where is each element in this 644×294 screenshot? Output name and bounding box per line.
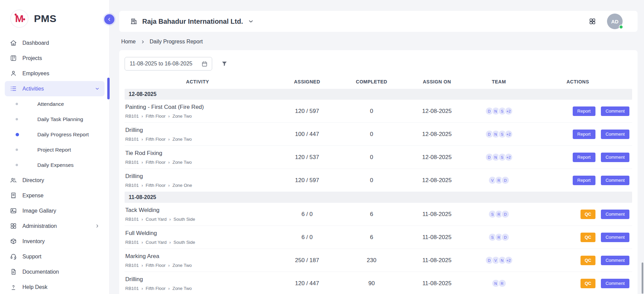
breadcrumb-current: Daily Progress Report bbox=[150, 39, 203, 45]
apps-grid-button[interactable] bbox=[589, 18, 596, 25]
box-icon bbox=[10, 238, 17, 245]
activity-cell: Tack WeldingRB101›Court Yard›South Side bbox=[125, 207, 271, 222]
comment-button[interactable]: Comment bbox=[601, 210, 629, 219]
sidebar-item-dashboard[interactable]: Dashboard bbox=[5, 35, 105, 51]
qc-button[interactable]: QC bbox=[581, 210, 595, 219]
sidebar-subitem-daily-expenses[interactable]: Daily Expenses bbox=[0, 157, 109, 173]
team-avatars: NR bbox=[474, 279, 523, 288]
comment-button[interactable]: Comment bbox=[601, 130, 629, 139]
table-row: Painting - First Coat (Fire Red)RB101›Fi… bbox=[125, 100, 632, 123]
comment-button[interactable]: Comment bbox=[601, 233, 629, 242]
user-avatar[interactable]: AD bbox=[607, 14, 623, 29]
activity-location-path: RB101›Fifth Floor›Zone Two bbox=[125, 137, 271, 142]
person-icon bbox=[10, 70, 17, 77]
sidebar-item-directory[interactable]: Directory bbox=[5, 173, 105, 188]
sidebar-item-activities[interactable]: Activities bbox=[5, 81, 105, 96]
sidebar-item-documentation[interactable]: Documentation bbox=[5, 264, 105, 279]
table-row: Marking AreaRB101›Fifth Floor›Zone Two25… bbox=[125, 249, 632, 272]
activity-location-path: RB101›Fifth Floor›Zone Two bbox=[125, 114, 271, 119]
company-selector[interactable]: Raja Bahadur International Ltd. bbox=[130, 18, 254, 25]
people-icon bbox=[10, 177, 17, 184]
sidebar-item-support[interactable]: Support bbox=[5, 249, 105, 264]
kanban-icon bbox=[10, 55, 17, 62]
table-row: DrillingRB101›Fifth Floor›Zone Two120 / … bbox=[125, 272, 632, 294]
chevron-right-icon: › bbox=[168, 114, 170, 118]
team-avatar[interactable]: D bbox=[501, 233, 510, 241]
comment-button[interactable]: Comment bbox=[601, 106, 629, 116]
sidebar-item-inventory[interactable]: Inventory bbox=[5, 234, 105, 249]
chevron-right-icon: › bbox=[142, 240, 143, 244]
sidebar-item-administration[interactable]: Administration bbox=[5, 218, 105, 234]
sidebar-item-label: Dashboard bbox=[22, 40, 49, 46]
comment-button[interactable]: Comment bbox=[601, 279, 629, 288]
document-icon bbox=[10, 268, 17, 276]
path-segment: Fifth Floor bbox=[146, 137, 166, 142]
filter-button[interactable] bbox=[221, 60, 228, 67]
report-button[interactable]: Report bbox=[573, 153, 595, 162]
comment-button[interactable]: Comment bbox=[601, 176, 629, 185]
completed-value: 0 bbox=[344, 177, 400, 184]
team-more-avatar[interactable]: +2 bbox=[504, 256, 513, 264]
qc-button[interactable]: QC bbox=[581, 233, 595, 242]
qc-button[interactable]: QC bbox=[581, 256, 595, 265]
team-avatar[interactable]: D bbox=[501, 210, 510, 218]
path-segment: Fifth Floor bbox=[146, 286, 166, 291]
receipt-icon bbox=[10, 192, 17, 199]
activity-location-path: RB101›Fifth Floor›Zone Two bbox=[125, 263, 271, 268]
team-avatars: VRD bbox=[474, 176, 523, 184]
sidebar-subitem-attendance[interactable]: Attendance bbox=[0, 96, 109, 112]
sidebar-item-expense[interactable]: Expense bbox=[5, 188, 105, 203]
activity-cell: Full WeldingRB101›Court Yard›South Side bbox=[125, 230, 271, 245]
team-avatar[interactable]: R bbox=[498, 279, 507, 288]
sidebar-item-employees[interactable]: Employees bbox=[5, 66, 105, 81]
report-button[interactable]: Report bbox=[573, 106, 595, 116]
table-row: DrillingRB101›Fifth Floor›Zone Two100 / … bbox=[125, 123, 632, 146]
column-header-activity: ACTIVITY bbox=[125, 79, 271, 84]
comment-button[interactable]: Comment bbox=[601, 256, 629, 265]
report-button[interactable]: Report bbox=[573, 130, 595, 139]
team-more-avatar[interactable]: +2 bbox=[504, 130, 513, 138]
assigned-value: 120 / 597 bbox=[271, 177, 344, 184]
date-range-input[interactable]: 11-08-2025 to 16-08-2025 bbox=[125, 57, 212, 71]
assign-on-date: 11-08-2025 bbox=[400, 257, 474, 264]
path-segment: Zone Two bbox=[172, 114, 192, 119]
team-more-avatar[interactable]: +2 bbox=[504, 107, 513, 115]
path-segment: Fifth Floor bbox=[146, 114, 166, 119]
sidebar-subitem-daily-task-planning[interactable]: Daily Task Planning bbox=[0, 112, 109, 127]
chevron-right-icon: › bbox=[142, 160, 143, 164]
sidebar-subitem-project-report[interactable]: Project Report bbox=[0, 142, 109, 157]
activity-location-path: RB101›Court Yard›South Side bbox=[125, 217, 271, 222]
chevron-right-icon: › bbox=[142, 183, 143, 188]
assigned-value: 6 / 0 bbox=[271, 211, 344, 218]
path-segment: Zone Two bbox=[172, 160, 192, 165]
sidebar-collapse-button[interactable] bbox=[104, 14, 114, 24]
sidebar-item-projects[interactable]: Projects bbox=[5, 51, 105, 66]
comment-button[interactable]: Comment bbox=[601, 153, 629, 162]
assigned-value: 6 / 0 bbox=[271, 234, 344, 241]
sidebar-item-image-gallary[interactable]: Image Gallary bbox=[5, 203, 105, 218]
chevron-down-icon bbox=[95, 86, 100, 91]
sidebar-subitem-label: Project Report bbox=[37, 147, 71, 153]
date-group-header: 11-08-2025 bbox=[125, 192, 632, 203]
report-button[interactable]: Report bbox=[573, 176, 595, 185]
assigned-value: 120 / 597 bbox=[271, 108, 344, 115]
qc-button[interactable]: QC bbox=[581, 279, 595, 288]
row-actions: QCComment bbox=[523, 210, 632, 219]
table-row: DrillingRB101›Fifth Floor›Zone One120 / … bbox=[125, 169, 632, 192]
chevron-right-icon: › bbox=[169, 240, 171, 244]
team-more-avatar[interactable]: +2 bbox=[504, 153, 513, 161]
filter-toolbar: 11-08-2025 to 16-08-2025 bbox=[125, 57, 632, 71]
home-icon bbox=[10, 39, 17, 47]
sidebar-subitem-daily-progress-report[interactable]: Daily Progress Report bbox=[0, 127, 109, 142]
completed-value: 0 bbox=[344, 131, 400, 138]
column-header-completed: COMPLETED bbox=[344, 79, 400, 84]
activity-location-path: RB101›Fifth Floor›Zone Two bbox=[125, 160, 271, 165]
team-avatar[interactable]: D bbox=[501, 176, 510, 184]
sidebar-item-help-desk[interactable]: Help Desk bbox=[5, 279, 105, 294]
completed-value: 90 bbox=[344, 280, 400, 287]
vertical-scrollbar[interactable] bbox=[642, 262, 643, 294]
activity-cell: Tie Rod FixingRB101›Fifth Floor›Zone Two bbox=[125, 150, 271, 165]
date-group-header: 12-08-2025 bbox=[125, 89, 632, 100]
breadcrumb-home[interactable]: Home bbox=[121, 39, 136, 45]
assign-on-date: 11-08-2025 bbox=[400, 211, 474, 218]
